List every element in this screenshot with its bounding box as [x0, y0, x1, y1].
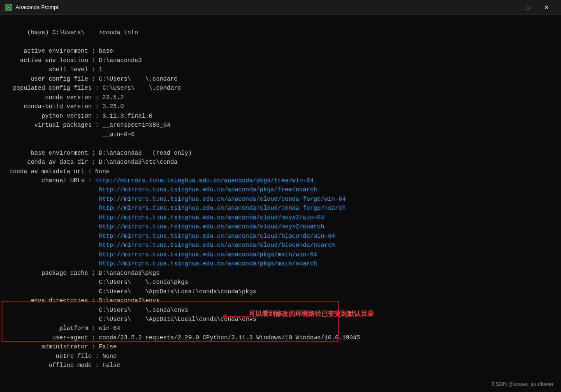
svg-text:>_: >_	[7, 6, 11, 9]
maximize-button[interactable]: □	[518, 1, 537, 14]
minimize-button[interactable]: —	[499, 1, 518, 14]
prompt-line: (base) C:\Users\ >conda info	[27, 29, 138, 36]
output-line-1: active environment : base active env loc…	[6, 48, 360, 369]
terminal-content: (base) C:\Users\ >conda info active envi…	[6, 19, 555, 379]
window: >_ Anaconda Prompt — □ ✕ (base) C:\Users…	[0, 0, 561, 392]
terminal-body[interactable]: (base) C:\Users\ >conda info active envi…	[0, 15, 561, 392]
csdn-watermark: CSDN @sweet_sunflower	[492, 381, 554, 387]
annotation-text: 可以看到修改的环境路径已变更到默认目录	[249, 310, 374, 318]
close-button[interactable]: ✕	[537, 1, 556, 14]
titlebar: >_ Anaconda Prompt — □ ✕	[0, 0, 561, 15]
app-icon: >_	[5, 4, 12, 11]
window-title: Anaconda Prompt	[16, 4, 499, 10]
window-controls: — □ ✕	[499, 1, 556, 14]
